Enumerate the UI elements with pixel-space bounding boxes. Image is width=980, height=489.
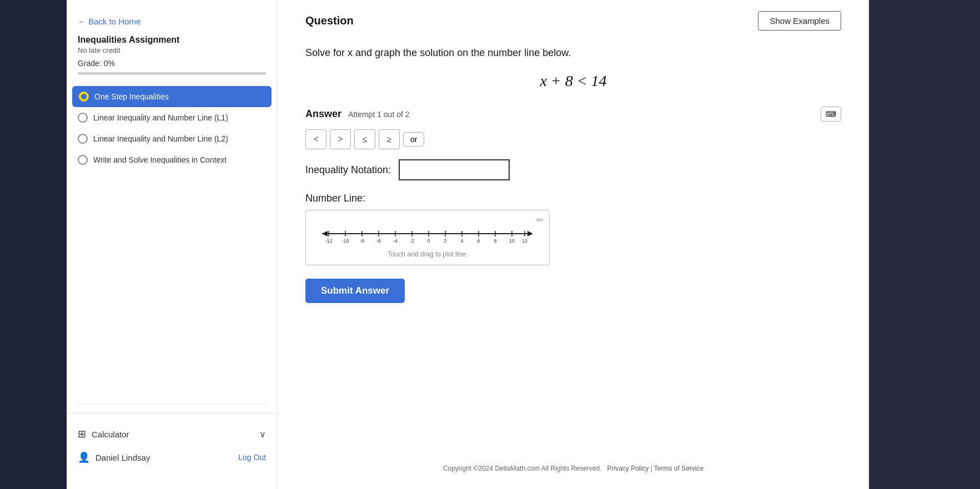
terms-link[interactable]: Terms of Service	[654, 465, 703, 472]
main-header: Question Show Examples	[305, 11, 841, 31]
answer-section: Answer Attempt 1 out of 2 ⌨ < > ≤ ≥ or I…	[305, 107, 841, 320]
calculator-row[interactable]: ⊞ Calculator ∨	[78, 422, 266, 446]
answer-header: Answer Attempt 1 out of 2 ⌨	[305, 107, 841, 122]
calculator-label: Calculator	[92, 430, 129, 439]
svg-text:-12: -12	[325, 238, 332, 244]
grade-label: Grade:	[78, 59, 102, 68]
svg-text:0: 0	[427, 238, 430, 244]
nav-circle-icon	[79, 92, 89, 102]
sidebar: ← Back to Home Inequalities Assignment N…	[67, 0, 278, 489]
sidebar-bottom: ⊞ Calculator ∨ 👤 Daniel Lindsay Log Out	[67, 413, 277, 478]
svg-marker-1	[322, 231, 328, 236]
calc-left: ⊞ Calculator	[78, 428, 129, 440]
no-late-credit: No late credit	[67, 46, 277, 59]
svg-text:-10: -10	[341, 238, 349, 244]
sidebar-item-one-step[interactable]: One Step Inequalities	[72, 86, 272, 107]
active-dot	[81, 94, 87, 99]
calculator-icon: ⊞	[78, 428, 86, 440]
sidebar-item-label: One Step Inequalities	[94, 92, 169, 101]
svg-text:-2: -2	[410, 238, 414, 244]
problem-text: Solve for x and graph the solution on th…	[305, 47, 841, 59]
user-name: Daniel Lindsay	[96, 453, 150, 462]
assignment-title: Inequalities Assignment	[67, 35, 277, 46]
svg-text:6: 6	[477, 238, 480, 244]
less-than-equal-button[interactable]: ≤	[354, 129, 375, 149]
grade-value: 0%	[104, 59, 115, 68]
nav-circle-icon-l2	[78, 134, 88, 144]
edit-icon: ✏	[536, 215, 544, 225]
inequality-notation-label: Inequality Notation:	[305, 164, 391, 176]
sidebar-item-label-ws: Write and Solve Inequalities in Context	[93, 155, 227, 164]
keyboard-icon-button[interactable]: ⌨	[821, 107, 841, 122]
user-row: 👤 Daniel Lindsay Log Out	[78, 446, 266, 469]
number-line-svg[interactable]: -12 -10 -8 -6 -4 -2	[315, 218, 540, 246]
grade-progress-bar	[78, 72, 266, 75]
sidebar-divider	[78, 404, 266, 404]
grade-display: Grade: 0%	[67, 59, 277, 70]
inequality-notation-input[interactable]	[399, 159, 510, 180]
user-icon: 👤	[78, 451, 90, 463]
svg-text:10: 10	[509, 238, 515, 244]
logout-button[interactable]: Log Out	[238, 453, 266, 462]
user-left: 👤 Daniel Lindsay	[78, 451, 150, 463]
sidebar-item-linear-l1[interactable]: Linear Inequality and Number Line (L1)	[67, 107, 277, 128]
greater-than-button[interactable]: >	[330, 129, 351, 149]
svg-marker-2	[527, 231, 533, 236]
equation-display: x + 8 < 14	[305, 72, 841, 90]
question-title: Question	[305, 14, 354, 27]
svg-text:-4: -4	[393, 238, 398, 244]
number-line-label: Number Line:	[305, 193, 841, 204]
right-panel	[869, 0, 980, 489]
sidebar-item-linear-l2[interactable]: Linear Inequality and Number Line (L2)	[67, 128, 277, 149]
nav-circle-icon-ws	[78, 155, 88, 165]
svg-text:2: 2	[444, 238, 446, 244]
show-examples-button[interactable]: Show Examples	[758, 11, 841, 31]
sidebar-item-label-l1: Linear Inequality and Number Line (L1)	[93, 113, 228, 122]
svg-text:-8: -8	[360, 238, 364, 244]
greater-than-equal-button[interactable]: ≥	[379, 129, 400, 149]
sidebar-item-label-l2: Linear Inequality and Number Line (L2)	[93, 134, 228, 143]
inequality-notation-row: Inequality Notation:	[305, 159, 841, 180]
footer: Copyright ©2024 DeltaMath.com All Rights…	[278, 459, 869, 478]
number-line-section: Number Line: ✏ -12 -10	[305, 193, 841, 265]
keyboard-icon: ⌨	[826, 110, 836, 118]
submit-answer-button[interactable]: Submit Answer	[305, 279, 405, 303]
copyright-text: Copyright ©2024 DeltaMath.com All Rights…	[443, 465, 602, 472]
back-to-home-link[interactable]: ← Back to Home	[67, 11, 277, 35]
sidebar-item-write-solve[interactable]: Write and Solve Inequalities in Context	[67, 149, 277, 170]
left-panel	[0, 0, 67, 489]
answer-label: Answer	[305, 108, 341, 120]
svg-text:12: 12	[522, 238, 527, 244]
svg-text:8: 8	[494, 238, 496, 244]
svg-text:-6: -6	[376, 238, 381, 244]
nav-circle-icon-l1	[78, 113, 88, 123]
chevron-down-icon: ∨	[259, 429, 266, 440]
less-than-button[interactable]: <	[305, 129, 326, 149]
main-content: Question Show Examples Solve for x and g…	[278, 0, 869, 489]
svg-text:4: 4	[460, 238, 463, 244]
nav-items-list: One Step Inequalities Linear Inequality …	[67, 86, 277, 398]
privacy-policy-link[interactable]: Privacy Policy	[607, 465, 649, 472]
symbol-buttons-row: < > ≤ ≥ or	[305, 129, 841, 149]
touch-drag-hint: Touch and drag to plot line.	[315, 250, 540, 258]
number-line-box[interactable]: ✏ -12 -10 -8	[305, 210, 550, 265]
footer-separator: |	[651, 465, 652, 472]
attempt-text: Attempt 1 out of 2	[348, 110, 410, 119]
or-button[interactable]: or	[403, 132, 424, 147]
